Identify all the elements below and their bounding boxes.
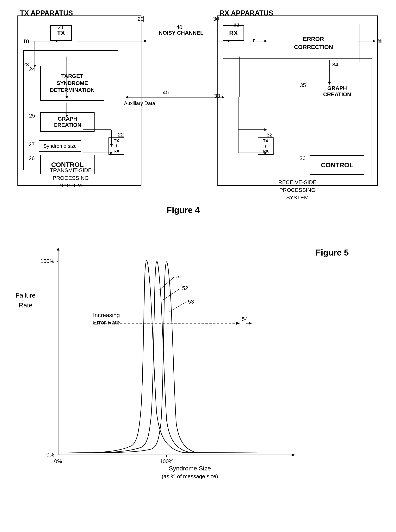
label-33: 33 [214, 93, 220, 99]
figure5: Figure 5 Failure Rate 100% 0% 0% 100% [12, 236, 384, 519]
svg-text:0%: 0% [54, 458, 62, 464]
figure4-label: Figure 4 [167, 205, 200, 215]
rx-processing-label: RECEIVE-SIDE PROCESSING SYSTEM [223, 178, 372, 201]
label-26: 26 [29, 155, 35, 161]
svg-marker-59 [249, 322, 252, 325]
label-20: 20 [138, 16, 144, 22]
svg-marker-36 [57, 247, 59, 251]
svg-text:0%: 0% [47, 452, 54, 458]
tx-text: TX [57, 29, 65, 37]
svg-line-51 [163, 288, 180, 300]
m-output-label: m [376, 37, 382, 44]
rx-apparatus-label: RX APPARATUS [220, 9, 273, 17]
control-tx-box: CONTROL [40, 155, 94, 174]
graph-creation-rx-box: GRAPH CREATION [310, 82, 364, 101]
error-correction-box: ERROR CORRECTION [267, 24, 360, 62]
label-23: 23 [23, 62, 29, 68]
target-syndrome-box: TARGET SYNDROME DETERMINATION [40, 66, 104, 101]
aux-data-label: Auxiliary Data [124, 100, 155, 106]
m-input-label: m [24, 37, 29, 44]
syndrome-size-box: Syndrome size [39, 140, 81, 152]
svg-line-49 [159, 277, 174, 290]
control-rx-box: CONTROL [310, 155, 364, 175]
label-35: 35 [300, 82, 306, 88]
svg-text:52: 52 [182, 285, 188, 291]
tx-apparatus-label: TX APPARATUS [20, 9, 73, 17]
y-axis-label: Failure Rate [16, 290, 36, 310]
label-24: 24 [29, 66, 35, 72]
svg-text:Error Rate: Error Rate [93, 319, 120, 326]
figure5-label: Figure 5 [316, 248, 349, 257]
svg-text:53: 53 [188, 299, 194, 305]
figure4: TX APPARATUS RX APPARATUS [12, 8, 384, 221]
label-25: 25 [29, 113, 35, 119]
svg-marker-48 [236, 322, 240, 325]
svg-text:100%: 100% [40, 258, 54, 264]
svg-text:Increasing: Increasing [93, 312, 120, 318]
svg-line-53 [169, 302, 186, 312]
r-label: r [253, 37, 255, 43]
label-36: 36 [300, 155, 306, 161]
svg-marker-38 [291, 454, 296, 456]
rx-text: RX [229, 29, 238, 37]
label-27: 27 [29, 141, 35, 148]
txrx-right-box: TX / RX [258, 137, 274, 155]
graph-creation-tx-box: GRAPH CREATION [40, 112, 94, 132]
svg-text:54: 54 [242, 316, 248, 322]
label-45: 45 [163, 89, 169, 96]
label-40: 40 [176, 24, 182, 30]
svg-text:Syndrome Size: Syndrome Size [169, 465, 211, 472]
svg-text:100%: 100% [160, 458, 174, 464]
svg-text:51: 51 [176, 274, 182, 280]
label-32a: 32 [233, 22, 239, 28]
tx-box: TX [50, 25, 72, 41]
label-30: 30 [213, 16, 219, 22]
label-22: 22 [118, 132, 124, 138]
label-32b: 32 [267, 132, 273, 138]
txrx-left-box: TX / RX [109, 137, 124, 155]
svg-text:(as % of message size): (as % of message size) [162, 473, 218, 479]
chart-svg: 100% 0% 0% 100% 51 52 53 Increasing [35, 246, 302, 494]
svg-marker-3 [144, 40, 147, 42]
